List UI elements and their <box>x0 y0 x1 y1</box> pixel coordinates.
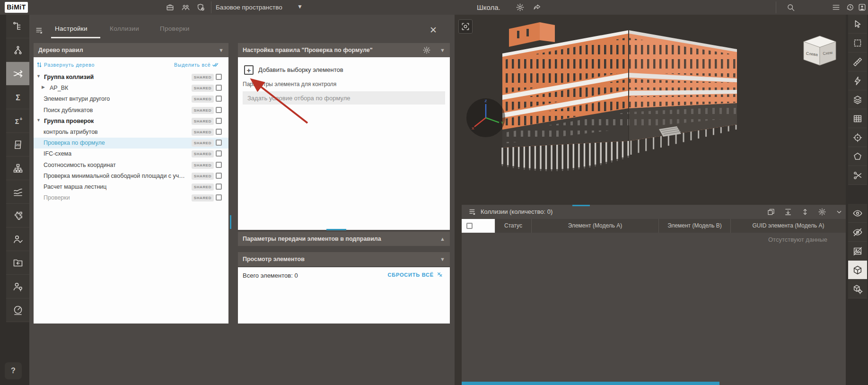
menu-collapse-icon[interactable] <box>468 208 477 216</box>
tree-item[interactable]: Проверка минимальной свободной площади с… <box>34 171 228 182</box>
tree-item-checkbox[interactable] <box>216 85 222 91</box>
left-tool-user-pin-icon[interactable] <box>6 275 29 298</box>
tree-item[interactable]: Поиск дубликатовSHARED <box>34 105 228 116</box>
tree-item[interactable]: контроль атрибутовSHARED <box>34 127 228 138</box>
tree-item-checkbox[interactable] <box>216 118 222 124</box>
share-icon[interactable] <box>533 3 542 12</box>
tree-item-checkbox[interactable] <box>216 107 222 113</box>
scrollbar[interactable] <box>230 215 231 229</box>
left-tool-branch-icon[interactable] <box>6 38 29 62</box>
reset-all-link[interactable]: СБРОСИТЬ ВСЁ <box>387 271 443 278</box>
view-cube[interactable]: Слева Схем <box>804 36 836 65</box>
gear-icon[interactable] <box>818 208 826 216</box>
import-icon[interactable] <box>784 208 792 216</box>
right-tool-lightning-icon[interactable] <box>848 71 867 90</box>
right-tool-polygon-icon[interactable] <box>848 147 867 166</box>
panel-resize-handle[interactable] <box>326 229 346 230</box>
tree-item[interactable]: Проверка по формулеSHARED <box>34 138 228 149</box>
tree-item-checkbox[interactable] <box>216 194 222 201</box>
tree-item-checkbox[interactable] <box>216 129 222 135</box>
tab-checks[interactable]: Проверки <box>160 25 190 36</box>
viewport-camera-button[interactable] <box>458 19 473 34</box>
horizontal-scrollbar[interactable] <box>462 382 719 385</box>
view-elements-header[interactable]: Просмотр элементов ▼ <box>238 252 450 266</box>
tree-item-checkbox[interactable] <box>216 173 222 179</box>
list-icon[interactable] <box>832 3 841 12</box>
team-icon[interactable] <box>181 3 190 12</box>
align-icon[interactable] <box>801 208 809 216</box>
left-tool-gauge-icon[interactable] <box>6 298 29 322</box>
tree-item[interactable]: Соотносимость координатSHARED <box>34 160 228 171</box>
left-tool-model-tree-icon[interactable] <box>6 15 29 38</box>
caret-down-icon[interactable]: ▼ <box>36 118 41 122</box>
select-all-checkbox[interactable] <box>466 223 473 229</box>
transfer-params-header[interactable]: Параметры передачи элементов в подправил… <box>238 232 450 246</box>
tree-item[interactable]: ▶АР_ВКSHARED <box>34 83 228 94</box>
right-tool-layers-icon[interactable] <box>848 90 867 109</box>
history-icon[interactable] <box>846 3 855 12</box>
menu-collapse-icon[interactable] <box>35 26 44 35</box>
select-all-cell[interactable] <box>462 219 495 233</box>
tab-settings[interactable]: Настройки <box>55 25 88 36</box>
gear-icon[interactable] <box>516 3 525 12</box>
search-icon[interactable] <box>786 3 795 12</box>
right-tool-eye-off-icon[interactable] <box>848 223 867 242</box>
left-tool-org-chart-icon[interactable] <box>6 157 29 180</box>
shield-clock-icon[interactable] <box>196 3 205 12</box>
tree-item-checkbox[interactable] <box>216 140 222 146</box>
select-all-link[interactable]: Выделить всё <box>174 62 211 68</box>
help-button[interactable]: ? <box>5 362 22 379</box>
right-tool-grid-icon[interactable] <box>848 109 867 128</box>
left-tool-trend-lines-icon[interactable] <box>6 180 29 204</box>
caret-right-icon[interactable]: ▶ <box>42 85 45 89</box>
close-icon[interactable]: ✕ <box>428 25 438 35</box>
swap-vertical-icon[interactable] <box>36 61 43 68</box>
column-header[interactable]: GUID элемента (Модель A) <box>730 219 846 233</box>
chevron-down-icon[interactable]: ▼ <box>440 252 445 266</box>
chevron-down-icon[interactable] <box>835 208 843 216</box>
right-tool-cube-icon[interactable] <box>848 261 867 280</box>
right-tool-image-off-icon[interactable] <box>848 242 867 261</box>
tree-item-checkbox[interactable] <box>216 74 222 80</box>
tree-item-checkbox[interactable] <box>216 184 222 190</box>
chevron-up-icon[interactable]: ▲ <box>440 232 445 246</box>
tree-item[interactable]: ▼Группа коллизийSHARED <box>34 72 228 83</box>
app-logo[interactable]: BiMiT <box>5 2 28 13</box>
tree-item-checkbox[interactable] <box>216 162 222 168</box>
column-header[interactable]: Элемент (Модель B) <box>658 219 730 233</box>
right-tool-section-cut-icon[interactable] <box>848 166 867 185</box>
briefcase-icon[interactable] <box>166 3 175 12</box>
right-tool-box-select-icon[interactable] <box>848 34 867 52</box>
expand-tree-link[interactable]: Развернуть дерево <box>44 62 95 68</box>
tab-collisions[interactable]: Коллизии <box>110 25 139 36</box>
column-header[interactable]: Статус <box>495 219 531 233</box>
right-tool-target-icon[interactable] <box>848 128 867 147</box>
right-tool-ruler-icon[interactable] <box>848 52 867 71</box>
workspace-selector[interactable]: Базовое пространство <box>216 0 282 15</box>
chevron-down-icon[interactable]: ▼ <box>440 43 445 57</box>
tree-item[interactable]: Элемент внтури другогоSHARED <box>34 94 228 105</box>
tree-item[interactable]: Расчет марша лестницSHARED <box>34 182 228 192</box>
left-tool-doc-2d-icon[interactable]: 2D <box>6 133 29 157</box>
tree-item[interactable]: ПроверкиSHARED <box>34 192 228 203</box>
rule-panel-header[interactable]: Настройка правила "Проверка по формуле" … <box>238 43 450 57</box>
left-tool-sigma-icon[interactable]: Σ <box>6 86 29 109</box>
caret-down-icon[interactable]: ▼ <box>36 74 41 79</box>
left-tool-sigma-plus-icon[interactable]: Σ+ <box>6 109 29 133</box>
tree-item-checkbox[interactable] <box>216 150 222 157</box>
left-tool-folder-export-icon[interactable] <box>6 251 29 275</box>
left-tool-shuffle-icon[interactable] <box>6 62 29 86</box>
axis-gizmo[interactable]: Z X Y <box>466 98 505 137</box>
gear-icon[interactable] <box>422 46 431 54</box>
profile-icon[interactable] <box>858 3 867 12</box>
tree-item[interactable]: IFC-схемаSHARED <box>34 149 228 159</box>
right-tool-cube-gear-icon[interactable] <box>848 280 867 298</box>
right-tool-cursor-icon[interactable] <box>848 15 867 34</box>
double-check-icon[interactable] <box>211 61 219 68</box>
formula-condition-input[interactable] <box>243 91 445 105</box>
compare-icon[interactable] <box>767 208 775 216</box>
right-tool-eye-icon[interactable] <box>848 204 867 223</box>
tree-panel-header[interactable]: Дерево правил ▼ <box>34 43 228 57</box>
chevron-down-icon[interactable]: ▼ <box>297 0 303 15</box>
left-tool-user-check-icon[interactable] <box>6 228 29 251</box>
